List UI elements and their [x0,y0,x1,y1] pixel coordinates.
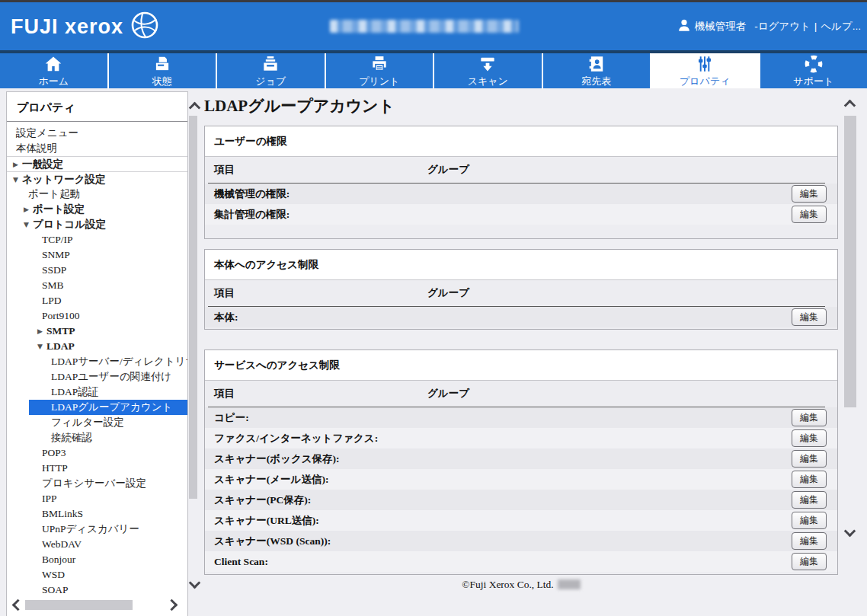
content-scroll-up-icon[interactable] [844,100,856,112]
column-header-row: 項目 グループ [205,381,837,407]
sidebar-item-connection-test[interactable]: 接続確認 [7,430,187,445]
sidebar-item-ldap[interactable]: LDAP [7,339,187,354]
brand-logo: FUJI xerox [11,11,159,43]
section-title: 本体へのアクセス制限 [205,250,837,280]
sidebar-item-smtp[interactable]: SMTP [7,324,187,339]
user-icon [677,18,691,34]
tab-home[interactable]: ホーム [0,53,107,88]
edit-button[interactable]: 編集 [792,512,827,529]
sidebar-vertical-scrollbar-thumb[interactable] [189,116,197,499]
sidebar-item-webdav[interactable]: WebDAV [7,537,187,552]
section-title: ユーザーの権限 [205,126,837,157]
sidebar-scroll-down-icon[interactable] [189,577,201,589]
edit-button[interactable]: 編集 [792,532,827,550]
table-row: スキャナー(メール送信): 編集 [205,469,837,490]
table-row: 本体: 編集 [205,307,837,327]
row-label-scanner-url-send: スキャナー(URL送信): [214,514,319,528]
row-label-scanner-pc-save: スキャナー(PC保存): [214,493,311,507]
link-divider: | [814,21,817,32]
fuji-xerox-sphere-logo-icon [130,11,159,43]
row-label-accounting-admin-authority: 集計管理の権限: [214,208,290,222]
sidebar-item-port-settings[interactable]: ポート設定 [7,202,187,217]
content-scroll-down-icon[interactable] [844,525,856,538]
sidebar-scroll-up-icon[interactable] [189,102,201,114]
sidebar-item-snmp[interactable]: SNMP [7,247,187,263]
table-row: 集計管理の権限: 編集 [205,204,837,225]
section-title: サービスへのアクセス制限 [205,350,837,381]
tab-label: プリント [359,75,399,88]
jobs-icon [261,54,280,74]
column-item-header: 項目 [214,280,235,306]
sidebar-item-lpd[interactable]: LPD [7,293,187,308]
sidebar-item-ldap-group-account[interactable]: LDAPグループアカウント [29,400,187,415]
tab-label: ホーム [38,75,69,88]
sidebar-item-wsd[interactable]: WSD [7,567,187,582]
device-name-redacted [330,20,519,33]
sidebar-item-protocol-settings[interactable]: プロトコル設定 [7,217,187,232]
table-row: スキャナー(URL送信): 編集 [205,510,837,531]
sidebar-item-proxy-server[interactable]: プロキシサーバー設定 [7,476,187,491]
sidebar-item-tcpip[interactable]: TCP/IP [7,232,187,247]
sidebar-item-bmlinks[interactable]: BMLinkS [7,506,187,522]
edit-button[interactable]: 編集 [792,206,827,223]
tab-label: プロパティ [680,75,731,88]
tab-scan[interactable]: スキャン [433,53,542,88]
sidebar-item-filter-settings[interactable]: フィルター設定 [7,415,187,430]
tab-label: サポート [793,75,833,88]
row-label-machine-admin-authority: 機械管理の権限: [214,187,290,201]
column-item-header: 項目 [214,157,235,183]
section-device-access-restriction: 本体へのアクセス制限 項目 グループ 本体: 編集 [204,249,838,330]
sidebar-item-ldap-user-mapping[interactable]: LDAPユーザーの関連付け [7,369,187,385]
tab-label: 宛先表 [581,75,611,88]
column-item-header: 項目 [214,381,235,407]
sidebar-item-http[interactable]: HTTP [7,461,187,476]
user-area: 機械管理者 -ログアウト | ヘルプ... [677,18,861,34]
sidebar-item-ldap-auth[interactable]: LDAP認証 [7,385,187,400]
edit-button[interactable]: 編集 [792,308,827,326]
sidebar-item-soap[interactable]: SOAP [7,582,187,598]
tab-address-book[interactable]: 宛先表 [542,53,651,88]
sidebar-item-bonjour[interactable]: Bonjour [7,552,187,567]
sidebar-item-ipp[interactable]: IPP [7,491,187,506]
sidebar-item-device-description[interactable]: 本体説明 [7,141,187,156]
row-label-copy: コピー: [214,411,249,425]
row-label-scanner-mail-send: スキャナー(メール送信): [214,473,328,487]
edit-button[interactable]: 編集 [792,553,827,570]
tab-print[interactable]: プリント [325,53,434,88]
table-row: ファクス/インターネットファクス: 編集 [205,428,837,448]
row-label-scanner-wsd-scan: スキャナー(WSD (Scan)): [214,535,331,548]
sidebar-item-pop3[interactable]: POP3 [7,445,187,461]
tab-label: ジョブ [255,75,286,88]
section-user-permissions: ユーザーの権限 項目 グループ 機械管理の権限: 編集 集計管理の権限: 編集 [204,126,838,239]
tab-jobs[interactable]: ジョブ [216,53,325,88]
edit-button[interactable]: 編集 [792,409,827,426]
sidebar-item-smb[interactable]: SMB [7,278,187,293]
sidebar-item-general-settings[interactable]: 一般設定 [7,156,187,171]
row-label-fax-internet-fax: ファクス/インターネットファクス: [214,432,378,445]
edit-button[interactable]: 編集 [792,471,827,488]
edit-button[interactable]: 編集 [792,450,827,468]
logout-link[interactable]: -ログアウト [754,20,811,34]
edit-button[interactable]: 編集 [792,491,827,509]
scan-icon [478,54,497,74]
row-label-device: 本体: [214,311,238,324]
sidebar-item-settings-menu[interactable]: 設定メニュー [7,126,187,141]
sidebar-item-network-settings[interactable]: ネットワーク設定 [7,171,187,187]
sidebar-item-port-activation[interactable]: ポート起動 [7,187,187,202]
copyright-text: ©Fuji Xerox Co., Ltd. [462,579,554,590]
address-book-icon [587,54,606,74]
help-link[interactable]: ヘルプ... [821,20,861,34]
sidebar-item-ldap-server-directory[interactable]: LDAPサーバー/ディレクトリサ [7,354,187,369]
sidebar-item-port9100[interactable]: Port9100 [7,308,187,324]
edit-button[interactable]: 編集 [792,429,827,447]
tab-status[interactable]: 状態 [107,53,216,88]
tab-properties[interactable]: プロパティ [650,53,759,88]
brand-text: FUJI xerox [11,15,123,39]
tab-support[interactable]: サポート [759,53,867,88]
sidebar-horizontal-scrollbar-thumb[interactable] [25,600,133,610]
content-vertical-scrollbar-thumb[interactable] [844,116,856,407]
edit-button[interactable]: 編集 [792,185,827,203]
support-icon [804,54,824,74]
sidebar-item-ssdp[interactable]: SSDP [7,263,187,278]
sidebar-item-upnp-discovery[interactable]: UPnPディスカバリー [7,522,187,537]
